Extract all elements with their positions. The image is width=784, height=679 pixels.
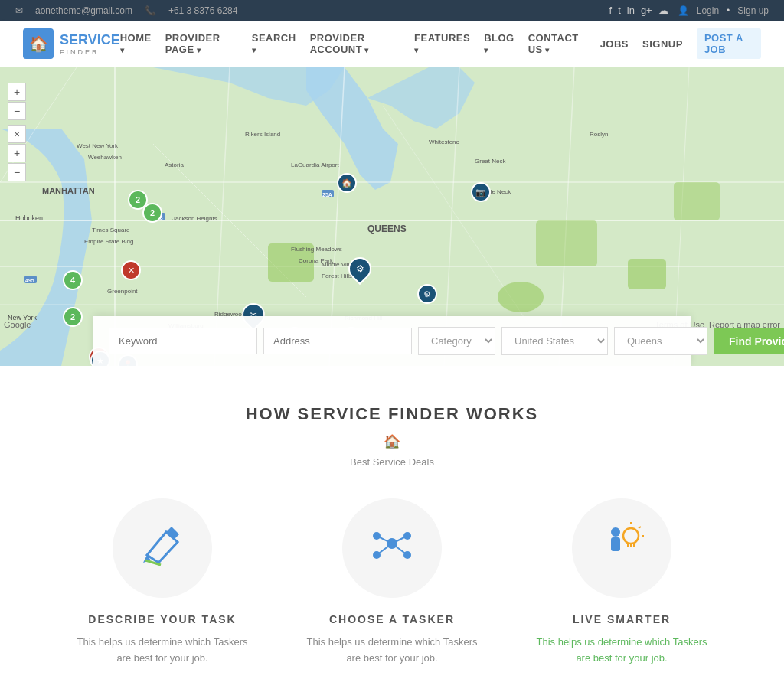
svg-text:Greenpoint: Greenpoint: [107, 288, 138, 295]
svg-text:25A: 25A: [322, 192, 332, 197]
signup-link[interactable]: Sign up: [737, 5, 769, 16]
zoom-out-button[interactable]: −: [8, 102, 26, 120]
how-cards: DESCRIBE YOUR TASK This helps us determi…: [15, 498, 769, 679]
map-marker-3[interactable]: ⚙: [348, 257, 371, 280]
svg-point-18: [498, 282, 544, 312]
phone-icon: 📞: [145, 5, 156, 16]
login-icon: 👤: [678, 5, 689, 16]
svg-text:495: 495: [25, 278, 34, 283]
country-select[interactable]: United StatesCanadaUnited KingdomAustral…: [501, 327, 608, 355]
card-1-title: DESCRIBE YOUR TASK: [70, 613, 254, 625]
map-marker-green-4[interactable]: 2: [63, 307, 83, 327]
svg-line-60: [377, 544, 392, 555]
nav-jobs[interactable]: JOBS: [600, 38, 629, 50]
find-providers-button[interactable]: Find Providers: [714, 328, 784, 354]
top-bar: ✉ aonetheme@gmail.com 📞 +61 3 8376 6284 …: [0, 0, 784, 21]
svg-line-69: [639, 527, 641, 528]
main-nav: 🏠 SERVICE FINDER HOME PROVIDER PAGE SEAR…: [0, 21, 784, 67]
nav-provider-account[interactable]: PROVIDER ACCOUNT: [310, 32, 400, 55]
map-marker-green-3[interactable]: 4: [63, 270, 83, 290]
address-input[interactable]: [263, 328, 412, 354]
google-attribution: Google: [4, 320, 31, 329]
svg-text:Astoria: Astoria: [165, 162, 184, 168]
card-1-icon-wrap: [113, 498, 212, 598]
facebook-icon[interactable]: f: [609, 5, 612, 16]
map-tilt-button[interactable]: +: [8, 144, 26, 162]
smart-icon: [599, 521, 645, 576]
map-section: MANHATTAN QUEENS BROOKLYN Hoboken New Yo…: [0, 67, 784, 366]
nav-search[interactable]: SEARCH: [252, 32, 296, 55]
nav-home[interactable]: HOME: [120, 32, 152, 55]
svg-rect-16: [628, 259, 666, 289]
nav-post-job[interactable]: POST A JOB: [697, 28, 761, 59]
keyword-input[interactable]: [109, 328, 257, 354]
how-card-2: CHOOSE A TASKER This helps us determine …: [300, 498, 484, 679]
nav-provider-page[interactable]: PROVIDER PAGE: [165, 32, 238, 55]
svg-text:Weehawken: Weehawken: [88, 154, 122, 161]
twitter-icon[interactable]: t: [618, 5, 621, 16]
card-2-desc: This helps us determine which Taskers ar…: [300, 635, 484, 667]
nav-features[interactable]: FEATURES: [414, 32, 470, 55]
how-card-1: DESCRIBE YOUR TASK This helps us determi…: [70, 498, 254, 679]
svg-text:Empire State Bldg: Empire State Bldg: [84, 238, 133, 245]
svg-text:Roslyn: Roslyn: [590, 131, 608, 138]
svg-text:QUEENS: QUEENS: [368, 224, 407, 234]
svg-rect-63: [611, 537, 620, 551]
google-plus-icon[interactable]: g+: [641, 5, 652, 16]
svg-text:LaGuardia Airport: LaGuardia Airport: [291, 162, 339, 168]
divider-line-left: [347, 442, 377, 442]
map-controls: + −: [8, 83, 26, 120]
card-2-title: CHOOSE A TASKER: [300, 613, 484, 625]
auth-separator: •: [727, 5, 730, 16]
card-3-title: LIVE SMARTER: [530, 613, 714, 625]
svg-point-64: [623, 528, 639, 544]
svg-text:Great Neck: Great Neck: [475, 158, 506, 165]
search-bar: CategoryCleaningPlumbingElectricalPainti…: [93, 316, 691, 366]
logo-icon: 🏠: [23, 28, 54, 59]
linkedin-icon[interactable]: in: [627, 5, 635, 16]
svg-text:West New York: West New York: [77, 142, 119, 149]
zoom-in-button[interactable]: +: [8, 83, 26, 101]
top-bar-contact: ✉ aonetheme@gmail.com 📞 +61 3 8376 6284: [15, 5, 237, 16]
login-link[interactable]: Login: [697, 5, 719, 16]
map-marker-1[interactable]: 🏠: [337, 173, 357, 193]
map-extra-controls: ✕ + −: [8, 125, 26, 181]
svg-line-61: [392, 544, 407, 555]
nav-signup[interactable]: SIGNUP: [642, 38, 683, 50]
contact-email: aonetheme@gmail.com: [35, 5, 132, 16]
logo-finder: FINDER: [60, 48, 120, 56]
svg-text:Corona Park: Corona Park: [299, 257, 334, 264]
map-rotate-button[interactable]: −: [8, 163, 26, 181]
google-label: Google: [4, 320, 31, 329]
logo-text-wrap: SERVICE FINDER: [60, 32, 120, 56]
social-icons: f t in g+ ☁: [609, 5, 668, 16]
how-card-3: LIVE SMARTER This helps us determine whi…: [530, 498, 714, 679]
svg-rect-17: [674, 182, 720, 220]
nav-blog[interactable]: BLOG: [484, 32, 514, 55]
svg-text:Times Square: Times Square: [92, 227, 130, 233]
logo[interactable]: 🏠 SERVICE FINDER: [23, 28, 120, 59]
region-select[interactable]: QueensBrooklynManhattanBronxStaten Islan…: [614, 327, 707, 355]
svg-point-62: [611, 527, 620, 537]
card-1-desc: This helps us determine which Taskers ar…: [70, 635, 254, 667]
map-marker-x2[interactable]: ✕: [121, 260, 141, 280]
divider-icon: 🏠: [384, 433, 400, 450]
category-select[interactable]: CategoryCleaningPlumbingElectricalPainti…: [418, 327, 495, 355]
nav-links: HOME PROVIDER PAGE SEARCH PROVIDER ACCOU…: [120, 28, 761, 59]
svg-text:Whitestone: Whitestone: [429, 139, 460, 145]
logo-service: SERVICE: [60, 32, 120, 47]
nav-contact[interactable]: CONTACT US: [528, 32, 586, 55]
map-marker-green-2[interactable]: 2: [142, 203, 162, 223]
card-3-icon-wrap: [572, 498, 671, 598]
cloud-icon[interactable]: ☁: [658, 5, 668, 16]
network-icon: [369, 521, 415, 576]
svg-text:Forest Hills: Forest Hills: [322, 273, 352, 279]
top-bar-right: f t in g+ ☁ 👤 Login • Sign up: [609, 5, 769, 16]
map-marker-2[interactable]: 📷: [471, 182, 491, 202]
svg-rect-15: [536, 220, 597, 266]
email-icon: ✉: [15, 5, 23, 16]
contact-phone: +61 3 8376 6284: [168, 5, 237, 16]
svg-text:Rikers Island: Rikers Island: [245, 131, 280, 138]
map-close-button[interactable]: ✕: [8, 125, 26, 143]
map-marker-4[interactable]: ⚙: [417, 284, 437, 304]
